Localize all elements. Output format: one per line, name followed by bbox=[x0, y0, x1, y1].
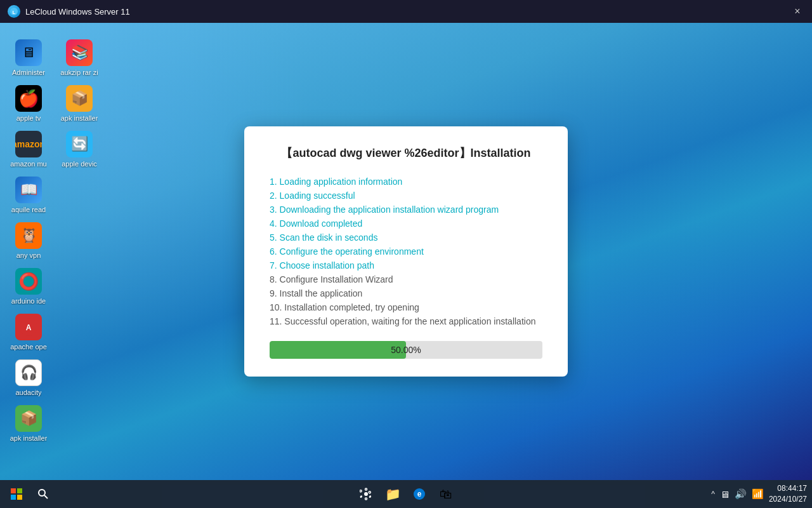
aquileread-icon: 📖 bbox=[15, 177, 42, 203]
desktop-icon-aukziprarzi[interactable]: 📚 aukzip rar zi bbox=[54, 36, 105, 80]
svg-text:e: e bbox=[417, 490, 422, 498]
anyvpn-label: any vpn bbox=[16, 251, 41, 259]
taskbar-date-display: 2024/10/27 bbox=[769, 494, 807, 505]
step-10: 10. Installation completed, try opening bbox=[270, 300, 542, 314]
administer-icon: 🖥 bbox=[15, 39, 42, 66]
title-bar: L LeCloud Windows Server 11 × bbox=[0, 0, 812, 23]
appledevic-label: apple devic bbox=[62, 160, 97, 168]
step-9: 9. Install the application bbox=[270, 286, 542, 300]
appledevic-icon: 🔄 bbox=[66, 131, 93, 157]
step-7: 7. Choose installation path bbox=[270, 258, 542, 272]
svg-text:L: L bbox=[13, 10, 16, 15]
aukziprarzi-icon: 📚 bbox=[66, 39, 93, 66]
arduinoide-icon: ⭕ bbox=[15, 268, 42, 295]
desktop-icon-administer[interactable]: 🖥 Administer bbox=[3, 36, 54, 80]
progress-label: 50.00% bbox=[391, 345, 421, 355]
taskbar-center: 📁 e 🛍 bbox=[355, 483, 457, 505]
step-1: 1. Loading application information bbox=[270, 175, 542, 189]
desktop-icon-apacheope[interactable]: A apache ope bbox=[3, 310, 54, 354]
apkinstaller-label: apk installer bbox=[10, 434, 48, 442]
svg-point-8 bbox=[39, 490, 45, 496]
apacheope-icon: A bbox=[15, 314, 42, 340]
taskbar-chevron-icon[interactable]: ^ bbox=[711, 490, 715, 498]
svg-text:A: A bbox=[26, 323, 32, 332]
apkinstaller-icon: 📦 bbox=[15, 405, 42, 432]
step-8: 8. Configure Installation Wizard bbox=[270, 272, 542, 286]
desktop-icon-appledevic[interactable]: 🔄 apple devic bbox=[54, 127, 105, 171]
desktop-icon-anyvpn[interactable]: 🦉 any vpn bbox=[3, 218, 54, 263]
close-button[interactable]: × bbox=[783, 0, 812, 23]
step-2: 2. Loading successful bbox=[270, 189, 542, 203]
step-3: 3. Downloading the application installat… bbox=[270, 203, 542, 217]
taskbar-start-button[interactable] bbox=[5, 483, 28, 505]
progress-bar-fill bbox=[270, 341, 406, 359]
taskbar-search-button[interactable] bbox=[32, 483, 55, 505]
apacheope-label: apache ope bbox=[10, 343, 47, 351]
svg-line-9 bbox=[44, 495, 48, 498]
desktop: 🖥 Administer 🍎 apple tv amazon amazon mu… bbox=[0, 23, 812, 480]
desktop-icon-apkinstaller[interactable]: 📦 apk installer bbox=[3, 401, 54, 446]
aukziprarzi-label: aukzip rar zi bbox=[60, 69, 98, 76]
audacity-label: audacity bbox=[16, 389, 42, 396]
appletv-icon: 🍎 bbox=[15, 85, 42, 112]
dialog-title: 【autocad dwg viewer %26editor】Installati… bbox=[270, 145, 542, 161]
desktop-icon-apkinstaller2[interactable]: 📦 apk installer bbox=[54, 81, 105, 126]
aquileread-label: aquile read bbox=[11, 206, 46, 213]
apkinstaller2-icon: 📦 bbox=[66, 85, 93, 112]
step-11: 11. Successful operation, waiting for th… bbox=[270, 314, 542, 328]
window-title: LeCloud Windows Server 11 bbox=[25, 7, 130, 17]
svg-rect-6 bbox=[11, 495, 16, 500]
svg-rect-5 bbox=[17, 488, 22, 493]
desktop-icon-appletv[interactable]: 🍎 apple tv bbox=[3, 81, 54, 126]
amazonmu-label: amazon mu bbox=[10, 160, 46, 168]
svg-rect-4 bbox=[11, 488, 16, 493]
taskbar-system-icons: ^ 🖥 🔊 📶 bbox=[711, 488, 764, 500]
taskbar-settings-icon[interactable] bbox=[355, 483, 377, 505]
audacity-icon: 🎧 bbox=[15, 359, 42, 386]
step-5: 5. Scan the disk in seconds bbox=[270, 231, 542, 244]
arduinoide-label: arduino ide bbox=[11, 297, 46, 305]
apkinstaller2-label: apk installer bbox=[61, 114, 98, 122]
taskbar-right: ^ 🖥 🔊 📶 08:44:17 2024/10/27 bbox=[711, 483, 807, 505]
desktop-icon-aquileread[interactable]: 📖 aquile read bbox=[3, 173, 54, 217]
taskbar-edge-icon[interactable]: e bbox=[408, 483, 431, 505]
taskbar-speaker-icon[interactable]: 🔊 bbox=[735, 488, 747, 500]
app-icon: L bbox=[8, 5, 20, 18]
anyvpn-icon: 🦉 bbox=[15, 222, 42, 249]
taskbar-time-display: 08:44:17 bbox=[769, 483, 807, 494]
taskbar-store-icon[interactable]: 🛍 bbox=[435, 483, 457, 505]
appletv-label: apple tv bbox=[16, 114, 41, 122]
taskbar-left bbox=[5, 483, 55, 505]
progress-bar-container: 50.00% bbox=[270, 341, 542, 359]
amazonmu-icon: amazon bbox=[15, 131, 42, 157]
desktop-icon-audacity[interactable]: 🎧 audacity bbox=[3, 356, 54, 400]
desktop-icon-amazonmu[interactable]: amazon amazon mu bbox=[3, 127, 54, 171]
step-6: 6. Configure the operating environment bbox=[270, 244, 542, 258]
administer-label: Administer bbox=[12, 69, 45, 76]
taskbar-monitor-icon[interactable]: 🖥 bbox=[720, 489, 730, 500]
svg-point-10 bbox=[364, 492, 368, 496]
svg-rect-7 bbox=[17, 495, 22, 500]
step-4: 4. Download completed bbox=[270, 217, 542, 231]
installation-dialog: 【autocad dwg viewer %26editor】Installati… bbox=[244, 126, 568, 377]
desktop-icon-arduinoide[interactable]: ⭕ arduino ide bbox=[3, 264, 54, 309]
taskbar: 📁 e 🛍 ^ 🖥 🔊 📶 08:44:17 2024/10/27 bbox=[0, 480, 812, 508]
taskbar-network-icon[interactable]: 📶 bbox=[752, 488, 764, 500]
taskbar-files-icon[interactable]: 📁 bbox=[381, 483, 404, 505]
taskbar-clock[interactable]: 08:44:17 2024/10/27 bbox=[769, 483, 807, 505]
steps-list: 1. Loading application information 2. Lo… bbox=[270, 175, 542, 328]
desktop-icons-container: 🖥 Administer 🍎 apple tv amazon amazon mu… bbox=[0, 29, 102, 480]
